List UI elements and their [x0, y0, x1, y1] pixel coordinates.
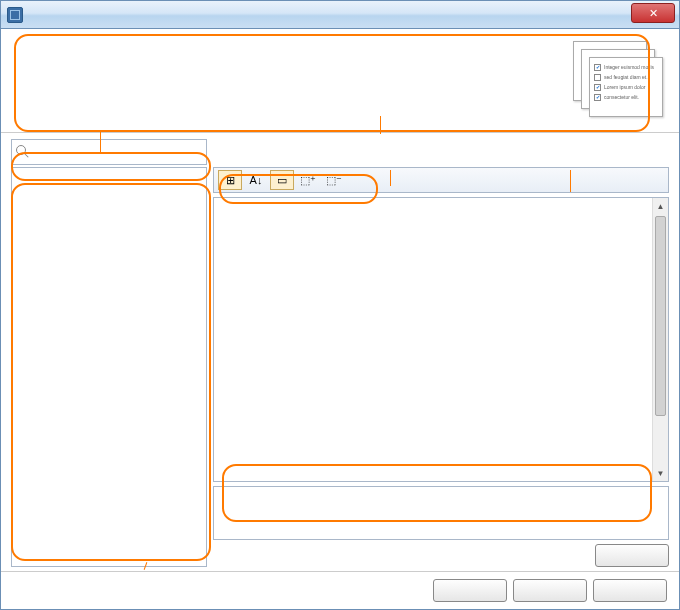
- toolbar-btn-categorized[interactable]: ⊞: [218, 170, 242, 190]
- scroll-up-icon[interactable]: ▲: [653, 198, 668, 214]
- options-group-tree[interactable]: [11, 167, 207, 567]
- toolbar-btn-collapse[interactable]: ⬚⁻: [322, 170, 346, 190]
- toolbar-btn-description[interactable]: ▭: [270, 170, 294, 190]
- ok-button[interactable]: [433, 579, 507, 602]
- scroll-thumb[interactable]: [655, 216, 666, 416]
- app-icon: [7, 7, 23, 23]
- search-icon: [16, 145, 30, 159]
- toolbar-btn-expand[interactable]: ⬚⁺: [296, 170, 320, 190]
- option-group-toolbar: ⊞ A↓ ▭ ⬚⁺ ⬚⁻: [213, 167, 669, 193]
- help-button[interactable]: [593, 579, 667, 602]
- toolbar-btn-alphabetical[interactable]: A↓: [244, 170, 268, 190]
- filter-input[interactable]: [34, 146, 202, 158]
- header-area: ✔Integer euismod mollis sed feugiat diam…: [1, 29, 679, 133]
- header-illustration: ✔Integer euismod mollis sed feugiat diam…: [569, 37, 669, 127]
- scrollbar[interactable]: ▲ ▼: [652, 198, 668, 481]
- dialog-footer: [1, 571, 679, 609]
- options-list[interactable]: ▲ ▼: [213, 197, 669, 482]
- description-area: [213, 486, 669, 540]
- titlebar: ✕: [1, 1, 679, 29]
- close-button[interactable]: ✕: [631, 3, 675, 23]
- cancel-button[interactable]: [513, 579, 587, 602]
- environment-options-window: ✕ ✔Integer euismod mollis sed feugiat di…: [0, 0, 680, 610]
- scroll-down-icon[interactable]: ▼: [653, 465, 668, 481]
- reset-defaults-button[interactable]: [595, 544, 669, 567]
- quick-filter-box[interactable]: [11, 139, 207, 165]
